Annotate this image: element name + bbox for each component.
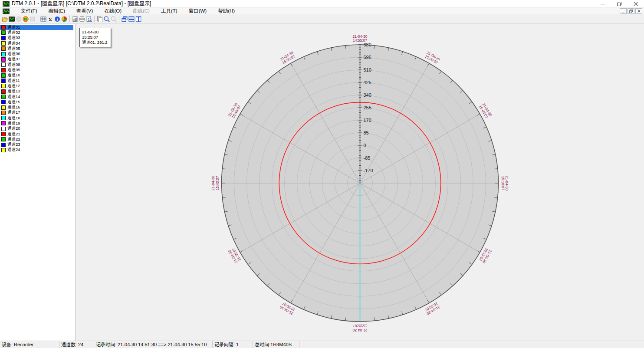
radial-axis-label: -170	[364, 168, 373, 173]
menu-tools[interactable]: 工具(T)	[155, 8, 183, 14]
channel-item-通道03[interactable]: 通道03	[0, 36, 73, 41]
export-report-button[interactable]	[72, 15, 79, 23]
child-minimize-button[interactable]	[620, 8, 627, 14]
channel-color-swatch	[1, 148, 6, 152]
channel-item-通道02[interactable]: 通道02	[0, 30, 73, 35]
channel-item-通道23[interactable]: 通道23	[0, 142, 73, 148]
channel-item-通道20[interactable]: 通道20	[0, 126, 73, 131]
channel-label: 通道20	[7, 126, 20, 131]
channel-item-通道13[interactable]: 通道13	[0, 89, 73, 94]
tooltip-time: 15:25:07	[82, 35, 108, 40]
channel-label: 通道21	[7, 131, 20, 137]
tile-horizontal-button[interactable]	[128, 15, 135, 23]
curve-display-icon	[8, 16, 15, 23]
record-active-button[interactable]	[22, 15, 29, 23]
app-icon	[3, 1, 10, 7]
tile-vertical-icon	[135, 16, 142, 23]
channel-item-通道05[interactable]: 通道05	[0, 46, 73, 51]
channel-color-swatch	[1, 127, 6, 131]
child-close-button[interactable]	[635, 8, 642, 14]
channel-item-通道12[interactable]: 通道12	[0, 83, 73, 89]
channel-item-通道01[interactable]: 通道01	[0, 25, 73, 30]
channel-item-通道09[interactable]: 通道09	[0, 67, 73, 72]
tile-vertical-button[interactable]	[135, 15, 142, 23]
channel-color-swatch	[1, 30, 6, 35]
channel-label: 通道10	[7, 72, 20, 78]
statistics-sum-button[interactable]: Σ	[47, 15, 54, 23]
channel-label: 通道09	[7, 67, 20, 73]
info-button[interactable]: i	[54, 15, 61, 23]
menu-edit[interactable]: 编辑(E)	[43, 8, 71, 14]
channel-item-通道11[interactable]: 通道11	[0, 78, 73, 83]
channel-color-swatch	[1, 46, 6, 51]
stop-icon	[29, 16, 36, 23]
svg-text:Σ: Σ	[49, 16, 53, 22]
chart-area[interactable]: 680595510425340255170850-85-17021-04-301…	[76, 24, 644, 341]
zoom-in-button[interactable]	[103, 15, 110, 23]
data-table-button[interactable]	[40, 15, 47, 23]
pie-chart-button[interactable]	[61, 15, 68, 23]
channel-label: 通道15	[7, 99, 20, 105]
minimize-button[interactable]	[595, 0, 611, 8]
channel-item-通道18[interactable]: 通道18	[0, 115, 73, 121]
channel-label: 通道07	[7, 56, 20, 62]
channel-label: 通道01	[7, 25, 20, 30]
close-icon	[634, 2, 638, 6]
value-tooltip: 21-04-30 15:25:07 通道01: 291.2	[79, 28, 111, 47]
menu-window[interactable]: 窗口(W)	[183, 8, 213, 14]
curve-display-button[interactable]	[8, 15, 15, 23]
print-preview-button[interactable]	[85, 15, 92, 23]
channel-color-swatch	[1, 111, 6, 115]
status-segment-2: 记录时间: 21-04-30 14:51:30 ==> 21-04-30 15:…	[94, 341, 213, 348]
radial-axis-label: 595	[364, 55, 371, 60]
channel-item-通道17[interactable]: 通道17	[0, 110, 73, 115]
status-segment-1: 通道数: 24	[59, 341, 94, 348]
cascade-windows-button[interactable]	[121, 15, 128, 23]
channel-label: 通道17	[7, 110, 20, 115]
channel-item-通道14[interactable]: 通道14	[0, 94, 73, 99]
status-segment-4: 总时间:1H3M40S	[253, 341, 299, 348]
radial-axis-label: -85	[364, 155, 371, 161]
zoom-in-icon	[103, 16, 110, 23]
copy-button[interactable]	[96, 15, 103, 23]
channel-color-swatch	[1, 36, 6, 40]
print-button[interactable]	[79, 15, 85, 23]
channel-item-通道08[interactable]: 通道08	[0, 62, 73, 67]
channel-item-通道16[interactable]: 通道16	[0, 105, 73, 110]
channel-item-通道19[interactable]: 通道19	[0, 121, 73, 126]
menu-file[interactable]: 文件(F)	[15, 8, 43, 14]
menu-view[interactable]: 查看(V)	[71, 8, 99, 14]
child-restore-button[interactable]	[628, 8, 634, 14]
time-label-15:40:07: 21-04-3015:40:07	[211, 176, 220, 190]
channel-item-通道24[interactable]: 通道24	[0, 148, 73, 153]
document-icon[interactable]	[3, 8, 10, 14]
record-idle-button	[15, 15, 22, 23]
channel-item-通道21[interactable]: 通道21	[0, 131, 73, 137]
channel-item-通道04[interactable]: 通道04	[0, 41, 73, 46]
channel-color-swatch	[1, 100, 6, 104]
menu-help[interactable]: 帮助(H)	[212, 8, 240, 14]
channel-item-通道15[interactable]: 通道15	[0, 99, 73, 105]
toolbar-separator	[119, 16, 119, 22]
channel-color-swatch	[1, 116, 6, 120]
channel-color-swatch	[1, 41, 6, 46]
channel-color-swatch	[1, 52, 6, 56]
close-button[interactable]	[628, 0, 644, 8]
open-file-button[interactable]	[1, 15, 8, 23]
zoom-out-button	[110, 15, 117, 23]
channel-color-swatch	[1, 84, 6, 88]
statistics-sum-icon: Σ	[47, 16, 54, 23]
channel-item-通道10[interactable]: 通道10	[0, 73, 73, 78]
restore-button[interactable]	[611, 0, 628, 8]
channel-label: 通道11	[7, 78, 20, 84]
pie-chart-icon	[61, 16, 68, 23]
channel-color-swatch	[1, 95, 6, 99]
channel-item-通道06[interactable]: 通道06	[0, 51, 73, 56]
menu-bar: 文件(F)编辑(E)查看(V)在线(O)曲线(C)工具(T)窗口(W)帮助(H)	[0, 8, 644, 14]
toolbar-separator	[69, 16, 70, 22]
menu-online[interactable]: 在线(O)	[99, 8, 127, 14]
channel-item-通道07[interactable]: 通道07	[0, 57, 73, 62]
channel-item-通道22[interactable]: 通道22	[0, 137, 73, 142]
toolbar: Σi	[0, 14, 644, 24]
channel-label: 通道16	[7, 105, 20, 110]
